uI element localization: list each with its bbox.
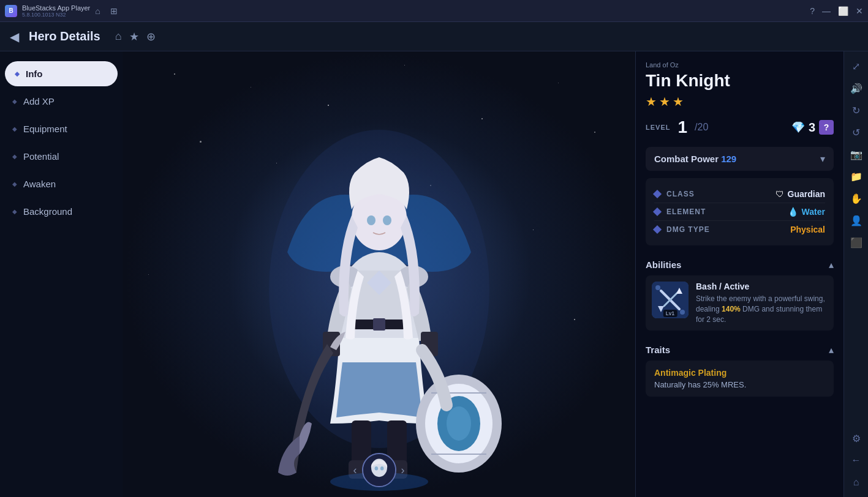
diamond-icon: ◆ [12, 125, 17, 132]
star-nav-icon[interactable]: ★ [129, 30, 139, 43]
trait-name: Antimagic Plating [654, 368, 825, 378]
sidebar-item-info[interactable]: ◆ Info [5, 61, 118, 86]
home-icon[interactable]: ⌂ [95, 6, 100, 16]
rs-back-icon[interactable]: ← [847, 450, 866, 470]
stat-diamond-icon [653, 190, 662, 198]
rs-rotate-icon[interactable]: ↻ [847, 100, 866, 120]
combat-power-chevron: ▾ [820, 153, 825, 165]
crystal-group: 💎 3 ? [791, 120, 834, 135]
close-icon[interactable]: ✕ [856, 6, 863, 16]
diamond-icon: ◆ [12, 208, 17, 215]
sidebar-item-equipment[interactable]: ◆ Equipment [0, 116, 123, 141]
level-value: 1 [677, 118, 687, 137]
page-title: Hero Details [29, 29, 100, 43]
sidebar: ◆ Info ◆ Add XP ◆ Equipment ◆ Potential … [0, 51, 123, 497]
nav-icons: ⌂ ★ ⊕ [115, 30, 156, 43]
sidebar-item-potential[interactable]: ◆ Potential [0, 144, 123, 169]
abilities-section-header[interactable]: Abilities ▴ [646, 253, 834, 275]
title-bar-nav-icons: ⌂ ⊞ [95, 6, 117, 16]
svg-point-12 [367, 215, 376, 225]
traits-title: Traits [646, 345, 670, 355]
nav-bar: ◀ Hero Details ⌂ ★ ⊕ [0, 22, 868, 51]
svg-point-25 [374, 466, 378, 471]
avatar-next-button[interactable]: › [401, 464, 405, 477]
trait-card: Antimagic Plating Naturally has 25% MRES… [646, 361, 834, 397]
sidebar-item-label: Awaken [23, 179, 56, 189]
rs-settings-icon[interactable]: ⚙ [847, 428, 866, 448]
grid-icon[interactable]: ⊞ [110, 6, 118, 16]
sidebar-item-label: Background [23, 206, 72, 217]
stat-diamond-icon [653, 207, 662, 216]
diamond-icon: ◆ [12, 153, 17, 160]
hero-name: Tin Knight [646, 71, 834, 91]
stats-grid: CLASS 🛡 Guardian ELEMENT 💧 Water DMG TYP… [646, 178, 834, 245]
svg-point-26 [380, 466, 383, 471]
hero-character [251, 81, 508, 497]
search-nav-icon[interactable]: ⊕ [146, 30, 156, 43]
ability-description: Strike the enemy with a powerful swing, … [696, 294, 828, 324]
right-panel: Land of Oz Tin Knight ★ ★ ★ LEVEL 1 /20 … [635, 51, 843, 497]
traits-section-header[interactable]: Traits ▴ [646, 338, 834, 361]
question-badge[interactable]: ? [819, 120, 834, 135]
rs-layers-icon[interactable]: ⬛ [847, 233, 866, 252]
sidebar-item-awaken[interactable]: ◆ Awaken [0, 171, 123, 196]
star-3: ★ [673, 94, 684, 109]
sidebar-item-label: Potential [23, 151, 59, 162]
stat-diamond-icon [653, 225, 662, 234]
trait-description: Naturally has 25% MRES. [654, 380, 825, 389]
title-bar-left: B BlueStacks App Player 5.8.100.1013 N32… [5, 4, 118, 18]
combat-power-section[interactable]: Combat Power 129 ▾ [646, 147, 834, 171]
ability-icon-wrap: Lv1 [652, 282, 689, 318]
hero-area: ‹ › [123, 51, 635, 497]
stat-row-dmgtype: DMG TYPE Physical [654, 221, 825, 238]
sidebar-item-background[interactable]: ◆ Background [0, 199, 123, 224]
svg-point-32 [655, 285, 660, 290]
avatar-thumbnail[interactable] [362, 453, 396, 487]
title-bar: B BlueStacks App Player 5.8.100.1013 N32… [0, 0, 868, 22]
ability-highlight: 140% [722, 305, 741, 313]
star-2: ★ [659, 94, 670, 109]
rs-screenshot-icon[interactable]: 📷 [847, 144, 866, 164]
stat-class-label: CLASS [666, 190, 776, 198]
rs-rotate2-icon[interactable]: ↺ [847, 122, 866, 142]
stat-class-value: Guardian [788, 189, 825, 199]
abilities-chevron: ▴ [829, 259, 834, 271]
ability-info: Bash / Active Strike the enemy with a po… [696, 282, 828, 324]
sidebar-item-add-xp[interactable]: ◆ Add XP [0, 89, 123, 114]
sidebar-item-label: Add XP [23, 96, 55, 106]
avatar-prev-button[interactable]: ‹ [353, 464, 357, 477]
stat-row-element: ELEMENT 💧 Water [654, 203, 825, 221]
abilities-title: Abilities [646, 260, 681, 270]
stat-dmgtype-label: DMG TYPE [666, 225, 790, 234]
minimize-icon[interactable]: — [822, 6, 831, 16]
back-button[interactable]: ◀ [10, 29, 19, 44]
main-layout: ◆ Info ◆ Add XP ◆ Equipment ◆ Potential … [0, 51, 868, 497]
rs-hand-icon[interactable]: ✋ [847, 189, 866, 208]
restore-icon[interactable]: ⬜ [838, 6, 848, 16]
svg-point-13 [383, 215, 391, 225]
level-row: LEVEL 1 /20 💎 3 ? [646, 118, 834, 137]
sidebar-item-label: Equipment [23, 124, 67, 134]
rs-speaker-icon[interactable]: 🔊 [847, 78, 866, 98]
water-icon: 💧 [788, 207, 798, 217]
home-nav-icon[interactable]: ⌂ [115, 30, 122, 43]
combat-power-label: Combat Power 129 [654, 154, 736, 164]
app-version: 5.8.100.1013 N32 [22, 12, 90, 18]
stat-row-class: CLASS 🛡 Guardian [654, 185, 825, 203]
help-icon[interactable]: ? [810, 6, 815, 16]
diamond-icon: ◆ [15, 70, 20, 77]
ability-name: Bash / Active [696, 282, 828, 291]
rs-home-icon[interactable]: ⌂ [847, 473, 866, 492]
hero-subtitle: Land of Oz [646, 61, 834, 69]
svg-point-17 [447, 406, 471, 441]
diamond-icon: ◆ [12, 181, 17, 187]
rs-expand-icon[interactable]: ⤢ [847, 56, 866, 76]
rs-folder-icon[interactable]: 📁 [847, 166, 866, 186]
window-controls: ? — ⬜ ✕ [810, 6, 863, 16]
stat-element-value: Water [802, 207, 825, 217]
stat-element-label: ELEMENT [666, 207, 788, 216]
combat-power-value: 129 [721, 154, 736, 164]
ability-card-bash: Lv1 Bash / Active Strike the enemy with … [646, 275, 834, 331]
traits-chevron: ▴ [829, 344, 834, 356]
rs-person-icon[interactable]: 👤 [847, 211, 866, 230]
